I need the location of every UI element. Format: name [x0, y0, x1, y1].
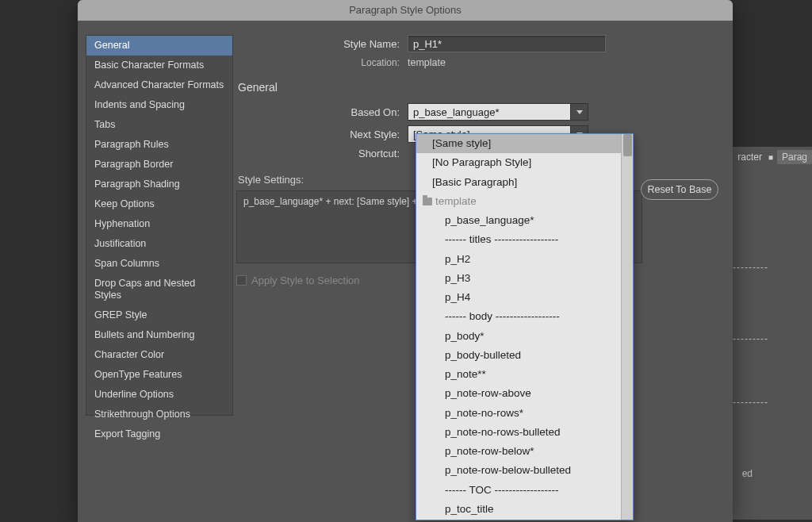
location-label: Location:: [236, 57, 408, 68]
location-value: template: [408, 57, 446, 68]
shortcut-label: Shortcut:: [236, 148, 408, 159]
bg-divider: ---------: [733, 262, 812, 273]
sidebar-item[interactable]: Underline Options: [86, 385, 232, 405]
options-sidebar: GeneralBasic Character FormatsAdvanced C…: [86, 35, 233, 416]
sidebar-item[interactable]: Strikethrough Options: [86, 405, 232, 424]
sidebar-item[interactable]: Bullets and Numbering: [86, 325, 232, 345]
dropdown-item[interactable]: [No Paragraph Style]: [416, 153, 621, 172]
bg-divider: ---------: [733, 333, 812, 344]
sidebar-item[interactable]: Character Color: [86, 345, 232, 365]
sidebar-item[interactable]: General: [86, 36, 232, 56]
dropdown-item[interactable]: p_body-bulleted: [416, 346, 621, 365]
style-name-label: Style Name:: [236, 38, 408, 50]
section-title-general: General: [238, 81, 725, 94]
sidebar-item[interactable]: Paragraph Shading: [86, 175, 232, 194]
dialog-title: Paragraph Style Options: [78, 0, 733, 21]
next-style-label: Next Style:: [236, 129, 408, 140]
dropdown-item[interactable]: ------ titles ------------------: [416, 230, 621, 249]
sidebar-item[interactable]: Keep Options: [86, 194, 232, 214]
diamond-icon: ◆: [766, 152, 776, 162]
dropdown-item[interactable]: [Same style]: [416, 134, 621, 153]
style-name-input[interactable]: [408, 35, 606, 52]
chevron-down-icon: [576, 110, 583, 114]
paragraph-style-options-dialog: Paragraph Style Options GeneralBasic Cha…: [78, 0, 733, 522]
dropdown-item[interactable]: ------ TOC ------------------: [416, 481, 621, 500]
sidebar-item[interactable]: Basic Character Formats: [86, 56, 232, 75]
sidebar-item[interactable]: Tabs: [86, 115, 232, 135]
bg-ed-text: ed: [742, 468, 753, 479]
dropdown-item[interactable]: p_note**: [416, 365, 621, 384]
dropdown-item[interactable]: [Basic Paragraph]: [416, 173, 621, 192]
tab-paragraph[interactable]: Parag: [777, 150, 812, 164]
dropdown-item[interactable]: p_toc_body-bold: [416, 519, 621, 520]
sidebar-item[interactable]: Span Columns: [86, 254, 232, 274]
dropdown-item[interactable]: p_note-row-below-bulleted: [416, 461, 621, 480]
sidebar-item[interactable]: Export Tagging: [86, 424, 232, 444]
based-on-combo[interactable]: p_base_language*: [408, 103, 588, 121]
bg-divider: ---------: [733, 397, 812, 408]
sidebar-item[interactable]: Paragraph Rules: [86, 135, 232, 155]
dropdown-item[interactable]: p_note-no-rows*: [416, 404, 621, 423]
based-on-dropdown-button[interactable]: [571, 103, 588, 121]
dropdown-item[interactable]: p_note-row-below*: [416, 442, 621, 461]
apply-style-checkbox[interactable]: [236, 275, 247, 286]
sidebar-item[interactable]: GREP Style: [86, 305, 232, 325]
dropdown-scroll-thumb[interactable]: [623, 134, 632, 156]
sidebar-item[interactable]: Indents and Spacing: [86, 95, 232, 115]
dropdown-item[interactable]: p_base_language*: [416, 211, 621, 230]
folder-icon: [423, 198, 432, 205]
dropdown-folder-header: template: [416, 192, 621, 211]
dropdown-item[interactable]: ------ body ------------------: [416, 307, 621, 326]
dropdown-item[interactable]: p_H2: [416, 250, 621, 269]
sidebar-item[interactable]: Advanced Character Formats: [86, 75, 232, 95]
dropdown-item[interactable]: p_note-no-rows-bulleted: [416, 423, 621, 442]
next-style-dropdown-list[interactable]: [Same style][No Paragraph Style][Basic P…: [416, 133, 634, 520]
based-on-label: Based On:: [236, 106, 408, 118]
sidebar-item[interactable]: Drop Caps and Nested Styles: [86, 274, 232, 305]
dropdown-item[interactable]: p_H3: [416, 269, 621, 288]
reset-to-base-button[interactable]: Reset To Base: [641, 179, 718, 200]
bg-tabs: racter ◆ Parag: [733, 149, 812, 165]
based-on-value: p_base_language*: [408, 103, 571, 121]
sidebar-item[interactable]: Paragraph Border: [86, 155, 232, 175]
tab-character[interactable]: racter: [733, 150, 767, 164]
dropdown-scrollbar[interactable]: [621, 134, 633, 520]
dropdown-item[interactable]: p_H4: [416, 288, 621, 307]
sidebar-item[interactable]: Hyphenation: [86, 214, 232, 234]
dropdown-item[interactable]: p_toc_title: [416, 500, 621, 519]
dropdown-item[interactable]: p_note-row-above: [416, 384, 621, 403]
apply-style-label: Apply Style to Selection: [251, 274, 360, 286]
sidebar-item[interactable]: OpenType Features: [86, 365, 232, 385]
dropdown-item[interactable]: p_body*: [416, 327, 621, 346]
sidebar-item[interactable]: Justification: [86, 234, 232, 254]
